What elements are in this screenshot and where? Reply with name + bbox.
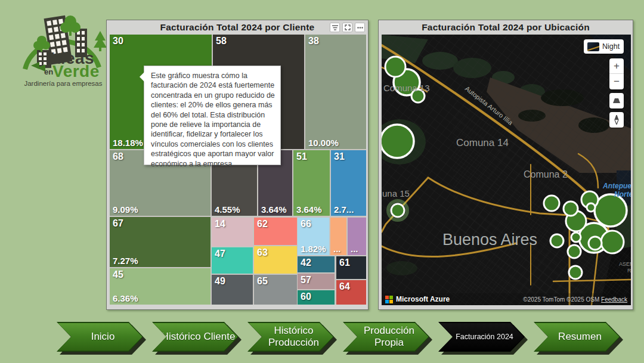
focus-mode-icon[interactable] [342,23,352,32]
nav-item-hist-rico-producci-n[interactable]: Histórico Producción [247,322,334,352]
map-bubble[interactable] [564,201,578,216]
cell-value-label: 57 [301,275,311,286]
more-options-icon[interactable] [355,23,365,32]
chevron-fill: Histórico Cliente [153,323,238,351]
map-bubble[interactable] [589,237,602,250]
cell-percent-label: 7.27% [113,256,138,266]
cell-percent-label: ... [351,244,358,254]
treemap-cell-49[interactable]: 49 [212,275,253,305]
cell-percent-label: 10.00% [308,138,339,148]
treemap-cell-45[interactable]: 456.36% [110,268,210,305]
treemap-cell-65[interactable]: 65 [254,275,297,305]
map-bubble[interactable] [391,204,404,217]
cell-percent-label: 9.09% [113,204,138,215]
filter-icon[interactable] [330,23,340,32]
nav-item-inicio[interactable]: Inicio [57,322,143,352]
tooltip-text: Este gráfico muestra cómo la facturación… [151,72,275,168]
treemap-cell-...[interactable]: ... [330,218,346,255]
logo-text-verde: Verde [52,62,100,81]
logo-text-en: en [44,67,53,76]
treemap-cell-42[interactable]: 42 [298,256,335,272]
map-style-label: Night [602,42,620,51]
azure-map[interactable]: Comuna 13Autopista Arturo IlliaComuna 14… [382,35,631,305]
cell-value-label: 30 [113,36,123,46]
feedback-link[interactable]: Feedback [601,296,627,303]
treemap-cell-66[interactable]: 661.82% [298,218,329,255]
cell-percent-label: 3.64% [261,204,287,215]
map-bubble[interactable] [382,125,414,158]
visual-header-icons [330,23,365,32]
nav-item-label: Histórico Cliente [156,331,236,343]
treemap-cell-63[interactable]: 63 [254,246,297,274]
map-place-label: Norte [614,190,631,198]
map-bubble[interactable] [587,203,595,212]
cell-percent-label: 4.55% [215,204,240,215]
cell-value-label: 63 [257,247,268,258]
nav-item-hist-rico-cliente[interactable]: Histórico Cliente [152,322,239,352]
cell-value-label: 14 [215,219,225,229]
map-bubble[interactable] [568,245,581,258]
map-bubble[interactable] [595,194,627,227]
treemap-cell-51[interactable]: 513.64% [293,150,330,216]
logo-tagline: Jardinería para empresas [16,80,111,87]
compass-icon[interactable] [609,112,624,128]
cell-value-label: 42 [301,257,311,268]
cell-value-label: 65 [257,276,268,287]
map-canvas: Comuna 13Autopista Arturo IlliaComuna 14… [382,35,631,305]
treemap-cell-...[interactable]: ... [348,218,366,255]
map-bubble[interactable] [385,57,405,77]
nav-item-label: Histórico Producción [249,325,333,349]
cell-percent-label: ... [333,244,341,254]
chevron-fill: Inicio [58,323,143,351]
map-place-label: Comuna 2 [524,169,568,179]
cell-value-label: 51 [296,151,307,162]
map-style-thumbnail [587,42,599,51]
azure-brand-label: Microsoft Azure [396,295,450,303]
nav-item-resumen[interactable]: Resumen [534,322,620,352]
treemap-cell-67[interactable]: 677.27% [110,217,210,267]
nav-item-facturaci-n-2024[interactable]: Facturación 2024 [438,322,525,352]
cell-percent-label: 3.64% [296,204,322,215]
dashboard: Ideas en Verde Jardinería para empresas … [0,0,644,363]
treemap-cell-57[interactable]: 57 [298,274,335,289]
map-place-label: Buenos Aires [442,231,537,249]
cell-value-label: 67 [113,218,123,229]
treemap-cell-47[interactable]: 47 [212,247,253,274]
map-bubble[interactable] [571,232,581,242]
treemap-cell-31[interactable]: 312.7... [331,150,366,216]
cell-value-label: 62 [257,219,268,229]
treemap-title: Facturación Total 2024 por Cliente [107,20,368,35]
nav-item-label: Resumen [552,331,602,343]
map-place-label: una 15 [382,188,410,198]
map-bubble[interactable] [601,231,624,253]
cell-value-label: 47 [215,249,225,259]
chevron-fill: Histórico Producción [249,323,333,351]
map-place-label: Comuna 14 [456,137,509,148]
microsoft-logo-icon [385,296,393,303]
zoom-in-button[interactable]: + [609,58,624,74]
map-place-label: Antepuerto [602,182,631,190]
chevron-fill: Facturación 2024 [439,323,524,351]
treemap-cell-38[interactable]: 3810.00% [305,35,366,149]
treemap-cell-64[interactable]: 64 [336,280,366,305]
map-style-button[interactable]: Night [584,39,624,54]
treemap-cell-62[interactable]: 62 [254,218,297,245]
cell-value-label: 45 [113,269,123,280]
cell-percent-label: 18.18% [113,138,143,148]
treemap-cell-61[interactable]: 61 [336,256,366,279]
nav-item-producci-n-propia[interactable]: Producción Propia [343,322,429,352]
cell-value-label: 38 [308,36,319,46]
map-bubble[interactable] [569,266,582,279]
treemap-cell-14[interactable]: 14 [212,218,253,246]
map-place-label: ASEN [619,261,631,267]
microsoft-azure-brand: Microsoft Azure [385,295,450,303]
cell-value-label: 31 [334,151,345,162]
pitch-icon[interactable] [609,93,624,108]
treemap-cell-60[interactable]: 60 [298,290,335,305]
map-bubble[interactable] [550,234,564,247]
map-place-label: R [627,268,631,274]
nav-item-label: Producción Propia [344,325,429,349]
map-bubble[interactable] [544,196,559,211]
zoom-out-button[interactable]: − [609,74,624,89]
cell-percent-label: 2.7... [334,204,354,215]
